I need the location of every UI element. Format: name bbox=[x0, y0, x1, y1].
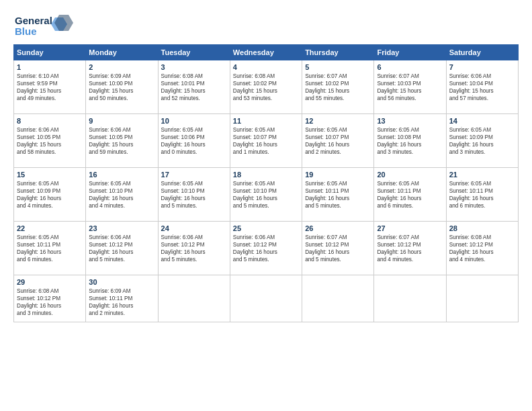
col-header-tuesday: Tuesday bbox=[158, 45, 230, 60]
day-number: 7 bbox=[449, 63, 515, 71]
calendar-cell: 14 Sunrise: 6:05 AM Sunset: 10:09 PM Day… bbox=[446, 114, 518, 168]
day-number: 27 bbox=[377, 224, 443, 232]
calendar-cell: 12 Sunrise: 6:05 AM Sunset: 10:07 PM Day… bbox=[302, 114, 374, 168]
day-info: Sunrise: 6:06 AM Sunset: 10:05 PM Daylig… bbox=[89, 126, 154, 156]
calendar-cell: 21 Sunrise: 6:05 AM Sunset: 10:11 PM Day… bbox=[446, 168, 518, 222]
day-info: Sunrise: 6:05 AM Sunset: 10:11 PM Daylig… bbox=[377, 180, 443, 210]
calendar-cell: 17 Sunrise: 6:05 AM Sunset: 10:10 PM Day… bbox=[158, 168, 230, 222]
day-number: 18 bbox=[233, 171, 299, 179]
day-info: Sunrise: 6:06 AM Sunset: 10:04 PM Daylig… bbox=[449, 73, 515, 102]
day-info: Sunrise: 6:05 AM Sunset: 10:10 PM Daylig… bbox=[233, 180, 299, 210]
day-info: Sunrise: 6:05 AM Sunset: 10:11 PM Daylig… bbox=[17, 234, 83, 263]
col-header-saturday: Saturday bbox=[446, 45, 518, 60]
day-number: 2 bbox=[89, 63, 154, 71]
calendar-cell: 7 Sunrise: 6:06 AM Sunset: 10:04 PM Dayl… bbox=[446, 60, 518, 114]
calendar-cell bbox=[446, 275, 518, 322]
day-number: 29 bbox=[17, 278, 83, 286]
calendar-cell: 25 Sunrise: 6:06 AM Sunset: 10:12 PM Day… bbox=[230, 222, 302, 275]
calendar-cell: 15 Sunrise: 6:05 AM Sunset: 10:09 PM Day… bbox=[14, 168, 86, 222]
day-number: 25 bbox=[233, 224, 299, 232]
col-header-wednesday: Wednesday bbox=[230, 45, 302, 60]
day-number: 1 bbox=[17, 63, 83, 71]
day-info: Sunrise: 6:06 AM Sunset: 10:05 PM Daylig… bbox=[17, 126, 83, 156]
day-number: 28 bbox=[449, 224, 515, 232]
logo: General Blue bbox=[13, 12, 74, 39]
day-info: Sunrise: 6:06 AM Sunset: 10:12 PM Daylig… bbox=[161, 234, 227, 263]
calendar-cell bbox=[374, 275, 446, 322]
svg-text:General: General bbox=[15, 15, 52, 26]
day-number: 15 bbox=[17, 171, 83, 179]
day-info: Sunrise: 6:05 AM Sunset: 10:07 PM Daylig… bbox=[233, 126, 299, 156]
calendar-cell: 16 Sunrise: 6:05 AM Sunset: 10:10 PM Day… bbox=[86, 168, 158, 222]
calendar-cell: 29 Sunrise: 6:08 AM Sunset: 10:12 PM Day… bbox=[14, 275, 86, 322]
calendar-cell bbox=[230, 275, 302, 322]
svg-text:Blue: Blue bbox=[15, 26, 37, 37]
day-info: Sunrise: 6:05 AM Sunset: 10:10 PM Daylig… bbox=[161, 180, 227, 210]
calendar-cell: 19 Sunrise: 6:05 AM Sunset: 10:11 PM Day… bbox=[302, 168, 374, 222]
calendar-cell bbox=[302, 275, 374, 322]
day-number: 20 bbox=[377, 171, 443, 179]
calendar-cell: 11 Sunrise: 6:05 AM Sunset: 10:07 PM Day… bbox=[230, 114, 302, 168]
day-info: Sunrise: 6:05 AM Sunset: 10:10 PM Daylig… bbox=[89, 180, 154, 210]
day-number: 19 bbox=[305, 171, 371, 179]
day-info: Sunrise: 6:07 AM Sunset: 10:02 PM Daylig… bbox=[305, 73, 371, 102]
day-info: Sunrise: 6:06 AM Sunset: 10:12 PM Daylig… bbox=[233, 234, 299, 263]
day-number: 21 bbox=[449, 171, 515, 179]
day-info: Sunrise: 6:06 AM Sunset: 10:12 PM Daylig… bbox=[89, 234, 154, 263]
calendar-cell: 13 Sunrise: 6:05 AM Sunset: 10:08 PM Day… bbox=[374, 114, 446, 168]
day-info: Sunrise: 6:08 AM Sunset: 10:12 PM Daylig… bbox=[17, 287, 83, 317]
day-info: Sunrise: 6:07 AM Sunset: 10:12 PM Daylig… bbox=[377, 234, 443, 263]
day-number: 11 bbox=[233, 117, 299, 125]
day-info: Sunrise: 6:07 AM Sunset: 10:12 PM Daylig… bbox=[305, 234, 371, 263]
day-info: Sunrise: 6:05 AM Sunset: 10:07 PM Daylig… bbox=[305, 126, 371, 156]
calendar-cell: 5 Sunrise: 6:07 AM Sunset: 10:02 PM Dayl… bbox=[302, 60, 374, 114]
calendar-cell: 28 Sunrise: 6:08 AM Sunset: 10:12 PM Day… bbox=[446, 222, 518, 275]
day-number: 16 bbox=[89, 171, 154, 179]
day-number: 22 bbox=[17, 224, 83, 232]
calendar-cell: 10 Sunrise: 6:05 AM Sunset: 10:06 PM Day… bbox=[158, 114, 230, 168]
calendar-page: General Blue SundayMondayTuesdayWednesda… bbox=[0, 0, 532, 411]
day-info: Sunrise: 6:10 AM Sunset: 9:59 PM Dayligh… bbox=[17, 73, 83, 102]
day-number: 30 bbox=[89, 278, 154, 286]
col-header-sunday: Sunday bbox=[14, 45, 86, 60]
calendar-table: SundayMondayTuesdayWednesdayThursdayFrid… bbox=[13, 44, 519, 322]
day-info: Sunrise: 6:05 AM Sunset: 10:09 PM Daylig… bbox=[17, 180, 83, 210]
calendar-cell: 2 Sunrise: 6:09 AM Sunset: 10:00 PM Dayl… bbox=[86, 60, 158, 114]
col-header-thursday: Thursday bbox=[302, 45, 374, 60]
day-number: 23 bbox=[89, 224, 154, 232]
col-header-monday: Monday bbox=[86, 45, 158, 60]
calendar-cell: 4 Sunrise: 6:08 AM Sunset: 10:02 PM Dayl… bbox=[230, 60, 302, 114]
day-info: Sunrise: 6:05 AM Sunset: 10:11 PM Daylig… bbox=[305, 180, 371, 210]
calendar-cell: 20 Sunrise: 6:05 AM Sunset: 10:11 PM Day… bbox=[374, 168, 446, 222]
calendar-cell: 26 Sunrise: 6:07 AM Sunset: 10:12 PM Day… bbox=[302, 222, 374, 275]
day-info: Sunrise: 6:08 AM Sunset: 10:12 PM Daylig… bbox=[449, 234, 515, 263]
day-info: Sunrise: 6:05 AM Sunset: 10:06 PM Daylig… bbox=[161, 126, 227, 156]
day-info: Sunrise: 6:08 AM Sunset: 10:01 PM Daylig… bbox=[161, 73, 227, 102]
calendar-cell bbox=[158, 275, 230, 322]
day-number: 10 bbox=[161, 117, 227, 125]
calendar-cell: 18 Sunrise: 6:05 AM Sunset: 10:10 PM Day… bbox=[230, 168, 302, 222]
day-number: 6 bbox=[377, 63, 443, 71]
calendar-cell: 3 Sunrise: 6:08 AM Sunset: 10:01 PM Dayl… bbox=[158, 60, 230, 114]
page-header: General Blue bbox=[13, 12, 519, 39]
col-header-friday: Friday bbox=[374, 45, 446, 60]
day-number: 8 bbox=[17, 117, 83, 125]
calendar-cell: 24 Sunrise: 6:06 AM Sunset: 10:12 PM Day… bbox=[158, 222, 230, 275]
day-number: 12 bbox=[305, 117, 371, 125]
calendar-cell: 22 Sunrise: 6:05 AM Sunset: 10:11 PM Day… bbox=[14, 222, 86, 275]
day-info: Sunrise: 6:08 AM Sunset: 10:02 PM Daylig… bbox=[233, 73, 299, 102]
calendar-cell: 23 Sunrise: 6:06 AM Sunset: 10:12 PM Day… bbox=[86, 222, 158, 275]
day-info: Sunrise: 6:09 AM Sunset: 10:11 PM Daylig… bbox=[89, 287, 154, 317]
day-number: 3 bbox=[161, 63, 227, 71]
day-number: 14 bbox=[449, 117, 515, 125]
day-number: 24 bbox=[161, 224, 227, 232]
day-info: Sunrise: 6:09 AM Sunset: 10:00 PM Daylig… bbox=[89, 73, 154, 102]
day-number: 26 bbox=[305, 224, 371, 232]
calendar-cell: 8 Sunrise: 6:06 AM Sunset: 10:05 PM Dayl… bbox=[14, 114, 86, 168]
day-number: 13 bbox=[377, 117, 443, 125]
day-info: Sunrise: 6:07 AM Sunset: 10:03 PM Daylig… bbox=[377, 73, 443, 102]
day-number: 17 bbox=[161, 171, 227, 179]
day-number: 4 bbox=[233, 63, 299, 71]
calendar-cell: 9 Sunrise: 6:06 AM Sunset: 10:05 PM Dayl… bbox=[86, 114, 158, 168]
calendar-cell: 1 Sunrise: 6:10 AM Sunset: 9:59 PM Dayli… bbox=[14, 60, 86, 114]
